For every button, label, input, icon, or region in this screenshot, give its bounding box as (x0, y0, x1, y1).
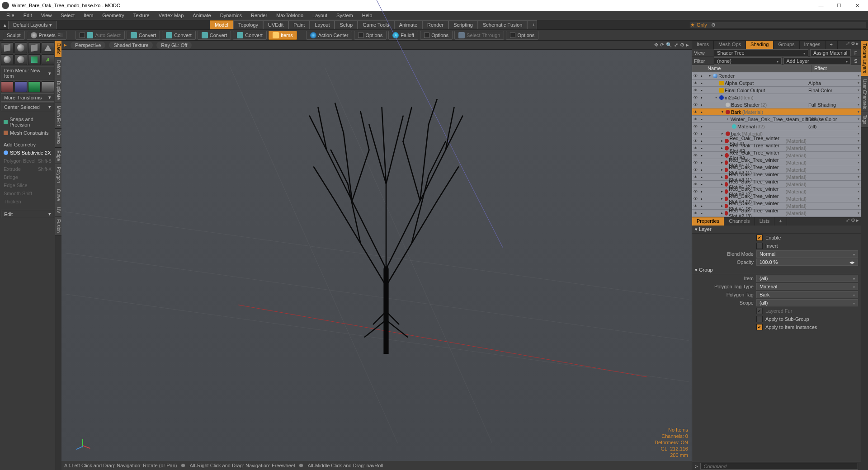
move-icon[interactable]: ✥ (654, 42, 658, 48)
render-icon[interactable]: • (698, 138, 705, 144)
expand-icon[interactable]: ⤢ (846, 41, 850, 49)
next-icon[interactable]: ▸ (856, 41, 859, 49)
render-icon[interactable]: • (698, 117, 705, 122)
render-icon[interactable]: • (698, 109, 705, 115)
edge-slice-button[interactable]: Edge Slice (1, 182, 54, 189)
convert-4-button[interactable]: Convert (233, 31, 267, 40)
row-menu-icon[interactable]: ▾ (856, 182, 861, 186)
mesh-constraints-button[interactable]: Mesh Constraints (1, 129, 54, 136)
menu-file[interactable]: File (2, 12, 19, 19)
viewport-canvas[interactable]: No Items Channels: 0 Deformers: ON GL: 2… (61, 50, 692, 461)
main-tab-render[interactable]: Render (422, 20, 448, 29)
main-tab-topology[interactable]: Topology (233, 20, 263, 29)
row-menu-icon[interactable]: ▾ (856, 139, 861, 143)
convert-3-button[interactable]: Convert (198, 31, 231, 40)
render-icon[interactable]: • (698, 211, 705, 216)
render-icon[interactable]: • (698, 167, 705, 173)
render-icon[interactable]: • (698, 203, 705, 209)
row-menu-icon[interactable]: ▾ (856, 81, 861, 85)
tab-channels[interactable]: Channels (724, 217, 755, 226)
visibility-icon[interactable]: 👁 (692, 124, 698, 129)
left-vtab-basic[interactable]: Basic (55, 41, 62, 57)
visibility-icon[interactable]: 👁 (692, 160, 698, 165)
close-button[interactable]: ✕ (848, 0, 866, 11)
render-icon[interactable]: • (698, 182, 705, 187)
tree-row[interactable]: 👁•Alpha OutputAlpha▾ (692, 80, 861, 87)
left-vtab-polygon[interactable]: Polygon (55, 164, 62, 186)
prim-torus-icon[interactable] (1, 54, 14, 65)
prim-cone-icon[interactable] (42, 42, 54, 53)
left-vtab-edge[interactable]: Edge (55, 148, 62, 164)
polygon-bevel-button[interactable]: Polygon BevelShift-B (1, 157, 54, 164)
visibility-icon[interactable]: 👁 (692, 117, 698, 122)
enable-checkbox[interactable]: ✔ (756, 235, 763, 241)
tab-lists[interactable]: Lists (755, 217, 775, 226)
layout-prev-icon[interactable]: ▴ (2, 22, 8, 28)
smooth-shift-button[interactable]: Smooth Shift (1, 190, 54, 197)
menu-system[interactable]: System (332, 12, 358, 19)
instance-icon[interactable] (42, 81, 54, 92)
gear-icon[interactable]: ⚙ (851, 217, 855, 226)
row-menu-icon[interactable]: ▾ (856, 168, 861, 172)
tree-row[interactable]: 👁•Final Color OutputFinal Color▾ (692, 87, 861, 94)
row-menu-icon[interactable]: ▾ (856, 153, 861, 157)
render-icon[interactable]: • (698, 153, 705, 158)
row-menu-icon[interactable]: ▾ (856, 204, 861, 208)
row-menu-icon[interactable]: ▾ (856, 95, 861, 99)
left-vtab-deform[interactable]: Deform (55, 57, 62, 78)
main-tab-layout[interactable]: Layout (310, 20, 335, 29)
visibility-icon[interactable]: 👁 (692, 153, 698, 158)
maximize-button[interactable]: ☐ (830, 0, 848, 11)
shaded-pill[interactable]: Shaded Texture (109, 42, 153, 49)
expand-icon[interactable]: ▾ (720, 110, 725, 114)
rotate-icon[interactable]: ⟳ (660, 42, 664, 48)
row-menu-icon[interactable]: ▾ (856, 211, 861, 215)
render-icon[interactable]: • (698, 95, 705, 100)
convert-2-button[interactable]: Convert (162, 31, 196, 40)
add-tab-button[interactable]: + (527, 20, 537, 29)
locator-icon[interactable] (1, 81, 14, 92)
prim-pen-icon[interactable] (28, 54, 41, 65)
only-toggle[interactable]: ★ Only (690, 22, 707, 28)
expand-icon[interactable]: + (726, 117, 729, 121)
right-vtab-user-channels[interactable]: User Channels (861, 76, 868, 112)
row-menu-icon[interactable]: ▾ (856, 189, 861, 193)
visibility-icon[interactable]: 👁 (692, 175, 698, 179)
edit-dropdown[interactable]: Edit▾ (1, 210, 54, 218)
menu-layout[interactable]: Layout (308, 12, 332, 19)
ptt-dropdown[interactable]: Material (756, 283, 858, 290)
main-tab-setup[interactable]: Setup (335, 20, 358, 29)
render-icon[interactable]: • (698, 80, 705, 86)
bridge-button[interactable]: Bridge (1, 174, 54, 181)
action-center-button[interactable]: Action Center (306, 31, 353, 40)
sculpt-button[interactable]: Sculpt (3, 31, 25, 40)
viewport-menu-icon[interactable]: ▸ (64, 42, 67, 48)
center-selected-dropdown[interactable]: Center Selected▾ (1, 103, 54, 111)
tab-items[interactable]: Items (692, 41, 714, 49)
view-dropdown[interactable]: Shader Tree (714, 49, 808, 56)
mesh-icon[interactable] (14, 81, 27, 92)
tree-row[interactable]: 👁•▾m2c4d (Item)▾ (692, 94, 861, 101)
next-icon[interactable]: ▸ (686, 42, 689, 48)
left-vtab-curve[interactable]: Curve (55, 186, 62, 204)
tab-images[interactable]: Images (800, 41, 826, 49)
menu-geometry[interactable]: Geometry (98, 12, 128, 19)
visibility-icon[interactable]: 👁 (692, 132, 698, 136)
left-vtab-mesh-edit[interactable]: Mesh Edit (55, 103, 62, 129)
render-icon[interactable]: • (698, 73, 705, 79)
item-dropdown[interactable]: (all) (756, 275, 858, 282)
row-menu-icon[interactable]: ▾ (856, 110, 861, 114)
row-menu-icon[interactable]: ▾ (856, 160, 861, 164)
menu-view[interactable]: View (37, 12, 57, 19)
options-2-button[interactable]: Options (420, 31, 453, 40)
options-3-button[interactable]: Options (506, 31, 538, 40)
raygl-pill[interactable]: Ray GL: Off (156, 42, 192, 49)
gear-icon[interactable]: ⚙ (680, 42, 684, 48)
render-icon[interactable]: • (698, 102, 705, 108)
expand-icon[interactable]: ▾ (708, 74, 712, 78)
select-through-button[interactable]: Select Through (454, 31, 504, 40)
render-icon[interactable]: • (698, 131, 705, 136)
tab-add[interactable]: + (774, 217, 787, 226)
sds-button[interactable]: SDS Subdivide 2X (1, 149, 54, 156)
visibility-icon[interactable]: 👁 (692, 81, 698, 85)
